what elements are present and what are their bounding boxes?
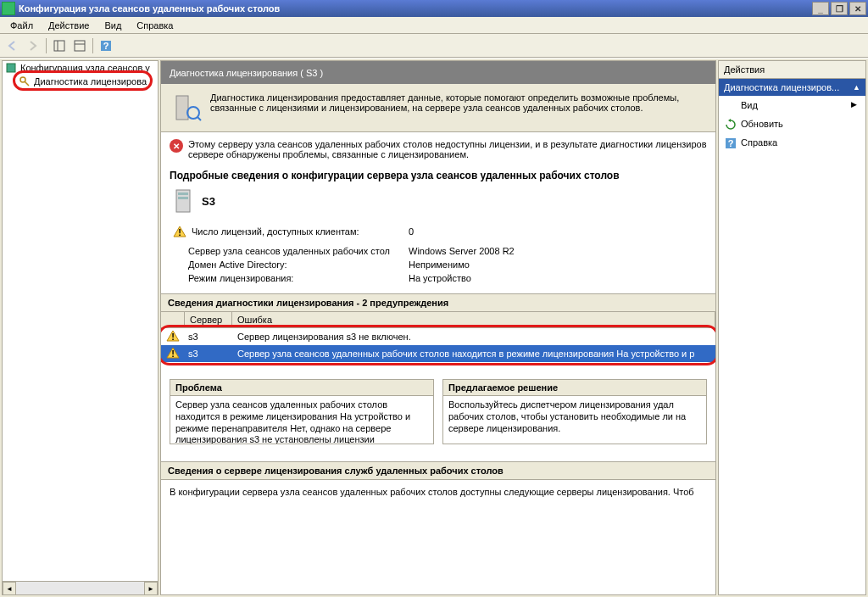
tree-child-diagnostics[interactable]: Диагностика лицензирова <box>3 75 158 88</box>
info-label-edition: Сервер узла сеансов удаленных рабочих ст… <box>188 246 409 256</box>
actions-section-label: Диагностика лицензиров... <box>724 82 839 92</box>
info-value-edition: Windows Server 2008 R2 <box>409 246 515 256</box>
tree-pane: Конфигурация узла сеансов у Диагностика … <box>2 60 159 595</box>
row-message: Сервер лицензирования s3 не включен. <box>232 332 715 342</box>
help-button[interactable]: ? <box>97 36 115 55</box>
svg-rect-6 <box>7 64 15 72</box>
action-view[interactable]: Вид ▶ <box>719 96 865 114</box>
license-count-label: Число лицензий, доступных клиентам: <box>192 226 403 237</box>
info-value-domain: Неприменимо <box>409 259 470 270</box>
menu-help[interactable]: Справка <box>130 19 180 32</box>
menu-file[interactable]: Файл <box>3 19 40 32</box>
col-server[interactable]: Сервер <box>185 312 232 327</box>
col-icon[interactable] <box>161 312 185 327</box>
col-error[interactable]: Ошибка <box>232 312 715 327</box>
svg-line-8 <box>25 81 29 86</box>
info-label-domain: Домен Active Directory: <box>188 259 409 270</box>
diagnostics-icon <box>171 92 202 123</box>
window-title: Конфигурация узла сеансов удаленных рабо… <box>19 3 812 14</box>
action-help-label: Справка <box>741 137 777 148</box>
content-title: Диагностика лицензирования ( S3 ) <box>170 68 323 78</box>
toolbar: ? <box>0 34 868 58</box>
action-refresh[interactable]: Обновить <box>719 114 865 133</box>
info-label-mode: Режим лицензирования: <box>188 273 409 283</box>
solution-body: Воспользуйтесь диспетчером лицензировани… <box>442 395 707 444</box>
description-text: Диагностика лицензирования предоставляет… <box>210 92 705 123</box>
help-icon: ? <box>724 137 737 150</box>
app-icon <box>2 2 15 15</box>
close-button[interactable]: ✕ <box>849 2 866 15</box>
diagnostics-section-title: Сведения диагностики лицензирования - 2 … <box>161 293 715 312</box>
scroll-right-button[interactable]: ► <box>144 582 158 595</box>
scroll-track[interactable] <box>16 582 144 594</box>
svg-text:?: ? <box>728 138 734 148</box>
refresh-icon <box>724 118 737 131</box>
content-description: Диагностика лицензирования предоставляет… <box>161 84 715 132</box>
svg-rect-13 <box>178 192 188 195</box>
svg-text:!: ! <box>171 332 175 342</box>
scroll-left-button[interactable]: ◄ <box>3 582 16 595</box>
table-row[interactable]: ! s3 Сервер лицензирования s3 не включен… <box>161 328 715 345</box>
tree-child-label: Диагностика лицензирова <box>34 76 147 86</box>
config-section-title: Подробные сведения о конфигурации сервер… <box>170 170 707 181</box>
problem-title: Проблема <box>170 379 434 395</box>
svg-line-11 <box>198 117 201 120</box>
svg-point-10 <box>187 107 199 119</box>
info-value-mode: На устройство <box>409 273 471 283</box>
solution-title: Предлагаемое решение <box>442 379 707 395</box>
titlebar: Конфигурация узла сеансов удаленных рабо… <box>0 0 868 17</box>
server-icon <box>173 188 193 214</box>
svg-text:!: ! <box>178 227 181 237</box>
server-config-icon <box>4 62 18 74</box>
error-icon: ✕ <box>170 139 183 153</box>
svg-text:!: ! <box>171 349 175 359</box>
content-pane: Диагностика лицензирования ( S3 ) Диагно… <box>160 60 716 595</box>
diagnostics-table: Сервер Ошибка ! s3 Сервер лицензирования… <box>161 312 715 362</box>
warning-icon: ! <box>166 330 180 342</box>
content-body: ✕ Этому серверу узла сеансов удаленных р… <box>161 132 715 594</box>
svg-rect-14 <box>178 197 188 199</box>
actions-title: Действия <box>719 61 865 79</box>
action-refresh-label: Обновить <box>741 119 783 129</box>
actions-pane: Действия Диагностика лицензиров... ▲ Вид… <box>718 60 866 595</box>
server-name: S3 <box>202 195 215 208</box>
key-icon <box>18 75 31 87</box>
menu-action[interactable]: Действие <box>42 19 96 32</box>
svg-rect-9 <box>176 96 188 120</box>
license-server-section-title: Сведения о сервере лицензирования служб … <box>161 461 715 480</box>
menu-view[interactable]: Вид <box>97 19 128 32</box>
layout-button-2[interactable] <box>70 36 89 55</box>
back-button[interactable] <box>3 36 22 55</box>
license-count-value: 0 <box>409 226 414 237</box>
actions-section-header[interactable]: Диагностика лицензиров... ▲ <box>719 79 865 96</box>
license-server-body: В конфигурации сервера узла сеансов удал… <box>170 480 707 497</box>
warning-icon: ! <box>173 226 186 237</box>
tree-root-label: Конфигурация узла сеансов у <box>20 63 150 73</box>
svg-rect-0 <box>54 41 64 51</box>
action-help[interactable]: ? Справка <box>719 133 865 152</box>
table-row[interactable]: ! s3 Сервер узла сеансов удаленных рабоч… <box>161 345 715 362</box>
action-view-label: Вид <box>741 100 758 110</box>
row-server: s3 <box>185 332 232 342</box>
content-header: Диагностика лицензирования ( S3 ) <box>161 61 715 84</box>
layout-button-1[interactable] <box>50 36 69 55</box>
problem-body: Сервер узла сеансов удаленных рабочих ст… <box>170 395 434 444</box>
tree-root[interactable]: Конфигурация узла сеансов у <box>3 61 158 75</box>
row-message: Сервер узла сеансов удаленных рабочих ст… <box>232 349 715 359</box>
minimize-button[interactable]: _ <box>812 2 829 15</box>
menubar: Файл Действие Вид Справка <box>0 17 868 34</box>
row-server: s3 <box>185 349 232 359</box>
svg-rect-2 <box>75 41 85 51</box>
svg-text:?: ? <box>103 41 109 51</box>
app-window: Конфигурация узла сеансов удаленных рабо… <box>0 0 868 597</box>
collapse-icon: ▲ <box>853 83 860 92</box>
warning-icon: ! <box>166 347 180 359</box>
restore-button[interactable]: ❐ <box>831 2 848 15</box>
forward-button[interactable] <box>24 36 42 55</box>
error-message: Этому серверу узла сеансов удаленных раб… <box>188 139 707 159</box>
